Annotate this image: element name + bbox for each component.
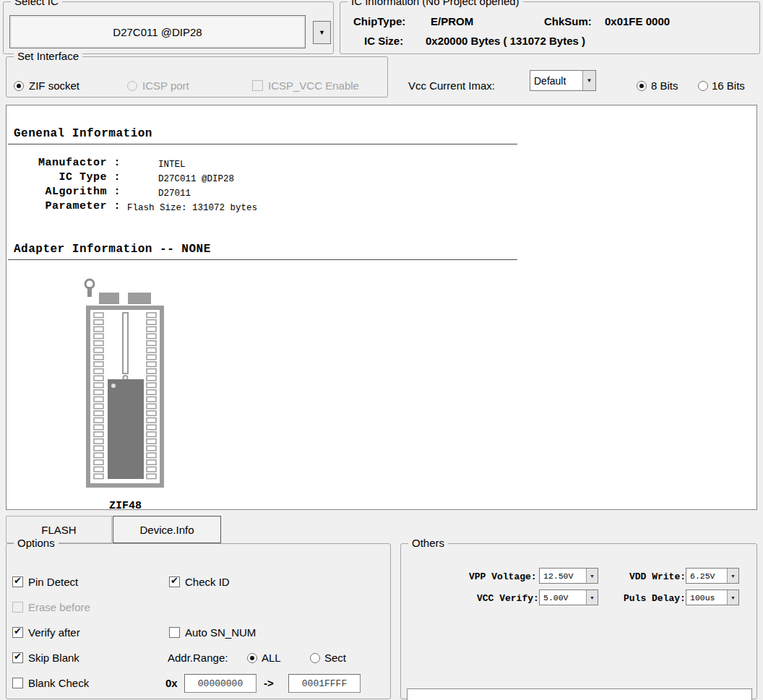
16-bits-label: 16 Bits [712, 79, 745, 92]
pin-detect-checkbox[interactable]: ✔ [12, 576, 23, 587]
ic-information-group: IC Information (No Project opened) ChipT… [340, 1, 760, 54]
selected-ic-value: D27C011 @DIP28 [113, 26, 202, 38]
info-row-label: Parameter : [14, 200, 121, 213]
16-bits-radio[interactable] [698, 81, 708, 91]
vpp-voltage-value: 12.50V [540, 569, 586, 583]
8-bits-radio[interactable] [637, 81, 647, 91]
zif-socket-label: ZIF socket [29, 79, 79, 92]
zif-socket-caption: ZIF48 [109, 500, 142, 513]
blank-check-checkbox[interactable] [12, 678, 23, 688]
vdd-write-value: 6.25V [686, 569, 727, 583]
addr-range-all-radio[interactable] [247, 653, 257, 663]
verify-after-label: Verify after [28, 626, 80, 639]
dropdown-arrow-icon: ▼ [590, 574, 595, 579]
info-row-label: IC Type : [14, 171, 121, 184]
set-interface-group: Set Interface ZIF socket ICSP port ICSP_… [6, 56, 388, 98]
auto-sn-num-checkbox[interactable] [169, 627, 180, 638]
chksum-label: ChkSum: [544, 15, 592, 28]
options-group: Options ✔ Pin Detect ✔ Check ID Erase be… [6, 543, 391, 699]
vdd-write-label: VDD Write: [629, 571, 686, 584]
general-info-title: Genenal Information [14, 127, 152, 140]
info-row-value: D27011 [158, 187, 191, 200]
chip-type-label: ChipType: [353, 15, 405, 28]
ic-size-value: 0x20000 Bytes ( 131072 Bytes ) [426, 35, 585, 48]
tab-flash-label: FLASH [41, 524, 76, 536]
addr-range-start-input[interactable] [184, 674, 257, 693]
select-ic-legend: Select IC [11, 0, 62, 8]
vcc-verify-combo-button[interactable]: ▼ [586, 590, 598, 605]
select-ic-group: Select IC D27C011 @DIP28 ▼ [3, 1, 334, 54]
dropdown-arrow-icon: ▼ [730, 595, 736, 600]
hex-prefix-label: 0x [165, 677, 178, 690]
ic-size-label: IC Size: [364, 35, 403, 48]
vdd-combo-button[interactable]: ▼ [727, 569, 738, 583]
addr-range-sect-radio[interactable] [310, 653, 320, 663]
device-info-panel: Genenal Information Manufactor : INTEL I… [6, 105, 757, 510]
vdd-write-combo[interactable]: 6.25V ▼ [686, 568, 739, 584]
puls-delay-value: 100us [686, 590, 727, 605]
info-row: ALgorithm : D27011 [7, 186, 527, 200]
vcc-verify-combo[interactable]: 5.00V ▼ [539, 589, 598, 605]
zif-socket-graphic [80, 277, 171, 498]
others-legend: Others [408, 537, 448, 550]
checkmark-icon: ✔ [14, 651, 22, 662]
puls-delay-label: Puls Delay: [624, 592, 686, 605]
puls-combo-button[interactable]: ▼ [727, 590, 738, 605]
chip-type-value: E/PROM [431, 15, 473, 28]
vcc-verify-label: VCC Verify: [477, 592, 539, 605]
others-log-panel [407, 688, 752, 700]
tab-device-info[interactable]: Device.Info [113, 516, 221, 543]
icsp-port-radio[interactable] [127, 81, 137, 91]
puls-delay-combo[interactable]: 100us ▼ [686, 589, 739, 605]
addr-range-arrow: -> [264, 677, 274, 690]
chksum-value: 0x01FE 0000 [605, 15, 670, 28]
dropdown-arrow-icon: ▼ [590, 595, 595, 600]
icsp-vcc-label: ICSP_VCC Enable [268, 79, 359, 92]
vcc-combo-button[interactable]: ▼ [582, 71, 595, 90]
addr-range-end-input[interactable] [288, 674, 361, 693]
addr-range-label: Addr.Range: [168, 652, 228, 665]
auto-sn-num-label: Auto SN_NUM [185, 626, 256, 639]
dropdown-arrow-icon: ▼ [587, 77, 592, 84]
ic-select-combo[interactable]: D27C011 @DIP28 [9, 15, 306, 48]
vcc-current-combo[interactable]: Default ▼ [530, 70, 596, 91]
tab-device-info-label: Device.Info [139, 524, 194, 536]
set-interface-legend: Set Interface [14, 50, 82, 63]
erase-before-checkbox[interactable] [12, 602, 23, 613]
pin-detect-label: Pin Detect [28, 576, 78, 589]
ic-select-dropdown-button[interactable]: ▼ [313, 21, 331, 44]
erase-before-label: Erase before [28, 601, 90, 614]
skip-blank-checkbox[interactable]: ✔ [12, 652, 23, 663]
addr-range-all-label: ALL [262, 652, 281, 665]
icsp-vcc-checkbox[interactable] [252, 80, 263, 91]
info-row-value: Flash Size: 131072 bytes [127, 202, 257, 215]
info-row-value: D27C011 @DIP28 [158, 173, 234, 186]
divider [8, 259, 517, 260]
checkmark-icon: ✔ [14, 575, 22, 586]
info-row: Manufactor : INTEL [7, 157, 527, 171]
vcc-current-label: Vcc Current Imax: [408, 79, 495, 92]
adapter-info-title: Adapter Information -- NONE [14, 243, 211, 256]
vcc-current-value: Default [530, 71, 582, 90]
icsp-port-label: ICSP port [142, 79, 189, 92]
vpp-combo-button[interactable]: ▼ [586, 569, 598, 583]
vpp-voltage-combo[interactable]: 12.50V ▼ [539, 568, 598, 584]
zif-socket-radio[interactable] [14, 81, 24, 91]
verify-after-checkbox[interactable]: ✔ [12, 627, 23, 638]
8-bits-label: 8 Bits [651, 79, 678, 92]
info-row-label: ALgorithm : [14, 186, 121, 199]
addr-range-sect-label: Sect [324, 652, 346, 665]
info-row-value: INTEL [158, 158, 186, 171]
info-row: Parameter : Flash Size: 131072 bytes [7, 200, 527, 215]
check-id-checkbox[interactable]: ✔ [169, 576, 180, 587]
info-row: IC Type : D27C011 @DIP28 [7, 171, 527, 186]
programmer-window: { "icons": { "dropdown_arrow": "▼", "che… [0, 0, 763, 700]
skip-blank-label: Skip Blank [28, 652, 79, 665]
checkmark-icon: ✔ [14, 626, 22, 636]
vpp-voltage-label: VPP Voltage: [469, 571, 537, 584]
blank-check-label: Blank Check [28, 677, 89, 690]
info-row-label: Manufactor : [14, 157, 121, 170]
others-group: Others VPP Voltage: 12.50V ▼ VDD Write: … [400, 543, 757, 699]
dropdown-arrow-icon: ▼ [319, 29, 325, 36]
ic-information-legend: IC Information (No Project opened) [348, 0, 523, 8]
